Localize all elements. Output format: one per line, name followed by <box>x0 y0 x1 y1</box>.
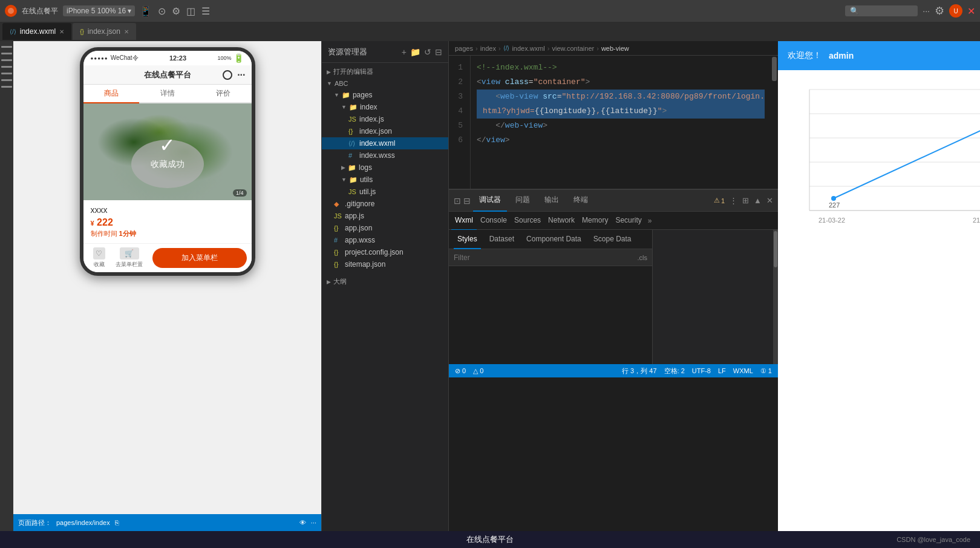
cls-button[interactable]: .cls <box>637 254 647 261</box>
subtab-security[interactable]: Security <box>612 211 645 230</box>
compile-icon[interactable]: ⚙ <box>172 5 180 17</box>
tab-index-wxml[interactable]: ⟨/⟩ index.wxml ✕ <box>2 23 71 40</box>
devtools-grid-icon[interactable]: ⊞ <box>742 196 749 205</box>
tab-close-1[interactable]: ✕ <box>59 28 64 35</box>
tree-item-util-js[interactable]: JS util.js <box>322 186 448 198</box>
devtools-scrollbar[interactable] <box>773 230 778 364</box>
sidebar-icon-1[interactable] <box>1 46 12 48</box>
styles-tab-dataset[interactable]: Dataset <box>486 230 518 249</box>
status-page-path[interactable]: pages/index/index <box>56 519 110 526</box>
tree-item-gitignore[interactable]: ◆ .gitignore <box>322 198 448 210</box>
subtab-wxml[interactable]: Wxml <box>451 211 477 230</box>
code-editor[interactable]: 1 2 3 4 5 6 <!--index.wxml--> <view clas… <box>449 56 778 189</box>
subtab-console[interactable]: Console <box>477 211 511 230</box>
tree-item-index-wxml[interactable]: ⟨/⟩ index.wxml <box>322 137 448 149</box>
list-icon[interactable]: ☰ <box>201 5 210 17</box>
new-file-icon[interactable]: + <box>402 47 407 57</box>
tree-item-index-json[interactable]: {} index.json <box>322 125 448 137</box>
scrollbar-thumb[interactable] <box>772 57 777 81</box>
sidebar-icon-7[interactable] <box>1 86 12 88</box>
cart-btn[interactable]: 🛒 去菜单栏置 <box>111 247 148 269</box>
add-to-menu-button[interactable]: 加入菜单栏 <box>152 248 247 268</box>
devtools-cursor-icon[interactable]: ⊡ <box>454 196 461 206</box>
refresh-icon[interactable]: ↺ <box>424 47 431 57</box>
subtab-memory[interactable]: Memory <box>578 211 612 230</box>
phone-tab-products[interactable]: 商品 <box>83 85 140 103</box>
devtools-minimize-icon[interactable]: ▲ <box>754 196 762 205</box>
devtools-close-icon[interactable]: ✕ <box>766 196 773 205</box>
status-eye-icon[interactable]: 👁 <box>299 519 306 526</box>
tree-item-index-js[interactable]: JS index.js <box>322 113 448 125</box>
devtools-overflow-icon[interactable]: ⋮ <box>730 196 737 205</box>
subtab-sources[interactable]: Sources <box>511 211 544 230</box>
phone-nav-bar: 在线点餐平台 ··· <box>83 65 252 85</box>
code-content[interactable]: <!--index.wxml--> <view class="container… <box>471 56 771 189</box>
tree-item-pages[interactable]: ▼ 📁 pages <box>322 89 448 101</box>
sidebar-icon-2[interactable] <box>1 53 12 54</box>
tab-close-2[interactable]: ✕ <box>124 28 129 35</box>
devtools-tab-debugger[interactable]: 调试器 <box>473 190 507 212</box>
section-abc[interactable]: ▼ ABC <box>322 78 448 89</box>
close-icon[interactable]: ✕ <box>967 5 975 17</box>
styles-tab-styles[interactable]: Styles <box>454 230 481 249</box>
js-file-icon: JS <box>348 116 357 123</box>
styles-filter-input[interactable] <box>454 253 632 262</box>
phone-tab-reviews[interactable]: 评价 <box>195 85 252 102</box>
record-icon[interactable]: ⊙ <box>158 5 166 17</box>
status-more-icon[interactable]: ··· <box>311 519 316 526</box>
preview-icon[interactable]: ◫ <box>186 5 195 17</box>
tab-index-json[interactable]: {} index.json ✕ <box>73 23 136 40</box>
section-outline[interactable]: ▶ 大纲 <box>322 275 448 288</box>
sidebar-icon-4[interactable] <box>1 66 12 68</box>
status-cursor: 行 3，列 47 <box>622 367 656 376</box>
sidebar-icon-3[interactable] <box>1 59 12 61</box>
tab-label-1: index.wxml <box>20 27 56 36</box>
device-selector[interactable]: iPhone 5 100% 16 ▾ <box>63 5 135 16</box>
activity-bar <box>0 41 13 531</box>
devtools-pin-icon[interactable]: ⊟ <box>463 196 471 206</box>
search-input[interactable] <box>845 5 918 16</box>
breadcrumb-pages[interactable]: pages <box>455 45 473 52</box>
subtab-more[interactable]: » <box>645 217 655 225</box>
favorite-btn[interactable]: ♡ 收藏 <box>88 247 110 269</box>
settings-icon[interactable]: ⚙ <box>935 4 944 18</box>
breadcrumb-wxml[interactable]: index.wxml <box>512 45 544 52</box>
phone-icon[interactable]: 📱 <box>140 5 152 17</box>
sidebar-icon-6[interactable] <box>1 79 12 81</box>
devtools-tab-terminal[interactable]: 终端 <box>567 190 594 212</box>
status-copy-icon[interactable]: ⎘ <box>115 519 119 526</box>
sidebar-icon-5[interactable] <box>1 73 12 74</box>
section-open-editors[interactable]: ▶ 打开的编辑器 <box>322 65 448 78</box>
devtools-tab-problems[interactable]: 问题 <box>509 190 536 212</box>
cart-icon: 🛒 <box>120 247 139 259</box>
subtab-network[interactable]: Network <box>544 211 578 230</box>
breadcrumb-view[interactable]: view.container <box>552 45 594 52</box>
styles-tab-component-data[interactable]: Component Data <box>523 230 585 249</box>
tree-item-logs[interactable]: ▶ 📁 logs <box>322 161 448 174</box>
devtools-scrollbar-thumb[interactable] <box>774 231 777 267</box>
bottom-title: 在线点餐平台 <box>466 534 514 545</box>
tree-item-app-js[interactable]: JS app.js <box>322 210 448 222</box>
tree-item-sitemap[interactable]: {} sitemap.json <box>322 258 448 270</box>
user-avatar[interactable]: U <box>949 4 962 18</box>
phone-nav-dots[interactable]: ··· <box>237 70 245 80</box>
breadcrumb-index[interactable]: index <box>480 45 496 52</box>
devtools-tab-output[interactable]: 输出 <box>538 190 565 212</box>
collapse-icon[interactable]: ⊟ <box>435 47 442 57</box>
tree-item-utils[interactable]: ▼ 📁 utils <box>322 174 448 186</box>
tree-item-app-wxss[interactable]: # app.wxss <box>322 234 448 246</box>
devtools-panel: ⊡ ⊟ 调试器 问题 输出 终端 <box>449 189 778 364</box>
phone-record-btn[interactable] <box>223 70 232 80</box>
breadcrumb-file-icon: ⟨/⟩ <box>503 45 510 51</box>
breadcrumb-webview[interactable]: web-view <box>601 45 629 52</box>
editor-scrollbar[interactable] <box>771 56 778 189</box>
product-info: xxxx ¥ 222 制作时间 1分钟 <box>83 200 252 243</box>
tree-item-app-json[interactable]: {} app.json <box>322 222 448 234</box>
phone-tab-details[interactable]: 详情 <box>139 85 195 102</box>
new-folder-icon[interactable]: 📁 <box>410 47 420 57</box>
tree-item-project-config[interactable]: {} project.config.json <box>322 246 448 258</box>
styles-tab-scope-data[interactable]: Scope Data <box>590 230 635 249</box>
tree-item-index[interactable]: ▼ 📁 index <box>322 101 448 113</box>
tree-item-index-wxss[interactable]: # index.wxss <box>322 149 448 161</box>
more-icon[interactable]: ··· <box>923 6 930 16</box>
